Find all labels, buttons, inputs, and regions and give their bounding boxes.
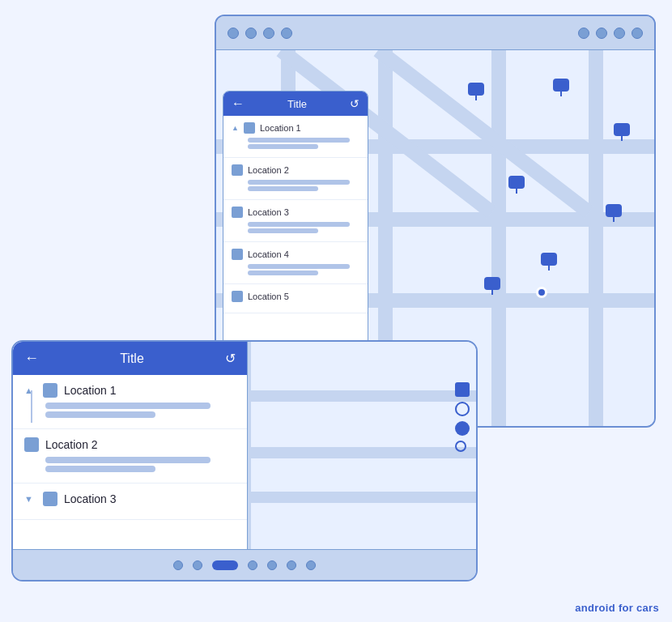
brand-text: android for cars	[575, 602, 659, 614]
item-bar-short	[248, 186, 318, 191]
nav-dot	[267, 560, 277, 570]
nav-dot	[248, 560, 257, 570]
list-item[interactable]: ▲ Location 1	[13, 375, 247, 429]
item-bar-long	[248, 138, 350, 143]
back-button[interactable]: ←	[232, 96, 245, 111]
pin-flag	[541, 253, 557, 266]
item-icon	[232, 291, 243, 302]
item-bar-short	[45, 466, 155, 472]
item-icon	[244, 122, 255, 134]
title-bar-dot	[281, 28, 292, 39]
item-title: Location 3	[248, 207, 289, 217]
map-pin	[552, 79, 570, 100]
nav-dot	[193, 560, 202, 570]
front-panel: ← Title ↺ ▲ Location 1	[13, 342, 248, 549]
list-item[interactable]: Location 4	[223, 242, 368, 284]
pin-flag	[553, 79, 569, 92]
pin-stem	[491, 290, 493, 295]
control-square[interactable]	[455, 382, 470, 397]
item-icon	[24, 437, 39, 452]
svg-line-8	[378, 50, 589, 212]
brand-name: android	[575, 602, 615, 614]
front-map-area: ← Title ↺ ▲ Location 1	[13, 342, 476, 549]
item-icon	[43, 492, 57, 506]
item-header: Location 3	[232, 207, 359, 218]
item-bar-long	[248, 222, 350, 227]
item-header: ▲ Location 1	[232, 122, 359, 134]
pin-stem	[548, 266, 550, 271]
title-bar-dot	[578, 28, 589, 39]
back-panel-header: ← Title ↺	[223, 92, 368, 116]
front-panel-title: Title	[120, 351, 144, 366]
map-pin	[540, 253, 558, 274]
list-item[interactable]: Location 2	[13, 429, 247, 484]
chevron-down-icon: ▼	[24, 494, 33, 504]
back-panel-title: Title	[287, 98, 307, 110]
map-pin	[605, 204, 623, 225]
svg-rect-6	[589, 50, 603, 426]
item-header: ▲ Location 1	[24, 383, 236, 398]
control-dot[interactable]	[455, 421, 470, 436]
item-bar-short	[248, 144, 318, 149]
nav-dot	[306, 560, 316, 570]
pin-flag	[468, 83, 484, 96]
front-panel-list: ▲ Location 1 Location 2	[13, 375, 247, 547]
back-button[interactable]: ←	[24, 350, 39, 367]
item-header: Location 4	[232, 249, 359, 260]
item-title: Location 4	[248, 249, 289, 259]
pin-flag	[606, 204, 622, 217]
pin-stem	[560, 92, 562, 96]
list-item[interactable]: ▲ Location 1	[223, 116, 368, 158]
item-header: Location 2	[232, 164, 359, 176]
map-pin	[467, 83, 485, 104]
title-bar-dot	[263, 28, 274, 39]
item-title: Location 5	[248, 292, 289, 301]
item-title: Location 1	[260, 123, 301, 133]
back-window-title-bar	[216, 16, 654, 50]
bottom-bar	[13, 549, 476, 580]
item-bar-long	[248, 180, 350, 185]
pin-flag	[614, 123, 630, 136]
title-bar-dot	[228, 28, 239, 39]
chevron-up-icon: ▲	[232, 124, 239, 132]
item-bar-long	[45, 457, 211, 463]
item-bar-long	[45, 403, 211, 409]
map-pin	[613, 123, 631, 144]
item-icon	[232, 249, 243, 260]
list-item[interactable]: Location 5	[223, 284, 368, 313]
brand-product: cars	[636, 602, 659, 614]
item-bar-short	[248, 228, 318, 233]
refresh-button[interactable]: ↺	[350, 97, 359, 110]
svg-rect-5	[491, 50, 506, 426]
list-item[interactable]: Location 2	[223, 158, 368, 200]
pin-stem	[475, 96, 477, 100]
nav-dot	[173, 560, 183, 570]
list-item[interactable]: Location 3	[223, 200, 368, 242]
item-title: Location 3	[64, 492, 117, 505]
item-title: Location 1	[64, 384, 117, 397]
map-pin	[483, 277, 501, 298]
front-panel-header: ← Title ↺	[13, 342, 247, 375]
front-right-controls	[455, 382, 470, 452]
item-bar-long	[248, 264, 350, 269]
expand-indicator	[31, 390, 32, 423]
nav-pill[interactable]	[212, 560, 238, 570]
title-bar-dot	[632, 28, 643, 39]
item-bar-short	[248, 271, 318, 275]
control-circle[interactable]	[455, 402, 470, 416]
control-circle-sm[interactable]	[455, 441, 466, 452]
item-icon	[232, 207, 243, 218]
pin-flag	[484, 277, 500, 290]
pin-stem	[621, 136, 623, 141]
item-header: Location 5	[232, 291, 359, 302]
refresh-button[interactable]: ↺	[225, 351, 236, 366]
item-icon	[43, 383, 57, 398]
item-bar-short	[45, 411, 155, 418]
item-header: ▼ Location 3	[24, 492, 236, 506]
title-bar-dot	[596, 28, 607, 39]
location-dot	[536, 287, 547, 298]
front-window: ← Title ↺ ▲ Location 1	[11, 340, 478, 582]
pin-flag	[508, 176, 525, 189]
title-bar-dot	[245, 28, 257, 39]
list-item[interactable]: ▼ Location 3	[13, 484, 247, 520]
